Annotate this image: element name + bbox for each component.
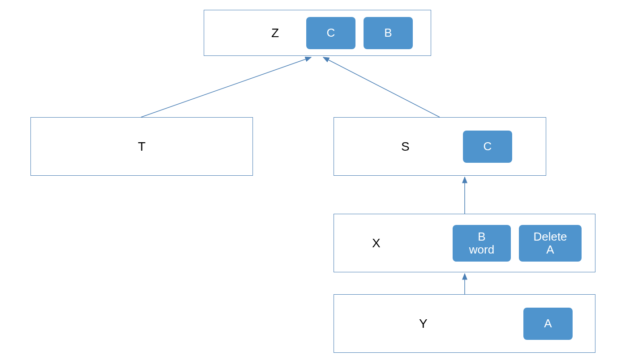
badge-x-deletea: Delete A bbox=[519, 225, 582, 262]
badge-y-a: A bbox=[523, 308, 573, 340]
arrow-t-to-z bbox=[141, 57, 311, 117]
node-s: S C bbox=[334, 117, 546, 176]
node-z: Z C B bbox=[204, 10, 431, 56]
node-x: X B word Delete A bbox=[334, 214, 595, 272]
badge-z-b: B bbox=[364, 17, 413, 49]
node-y-label: Y bbox=[419, 317, 428, 331]
node-t-label: T bbox=[138, 140, 146, 154]
node-z-label: Z bbox=[271, 26, 279, 40]
node-t: T bbox=[30, 117, 253, 176]
node-x-label: X bbox=[372, 236, 381, 250]
node-y: Y A bbox=[334, 294, 595, 353]
badge-z-c: C bbox=[306, 17, 355, 49]
badge-x-bword: B word bbox=[453, 225, 511, 262]
arrow-s-to-z bbox=[323, 57, 440, 117]
node-s-label: S bbox=[401, 140, 410, 154]
badge-s-c: C bbox=[463, 131, 512, 163]
